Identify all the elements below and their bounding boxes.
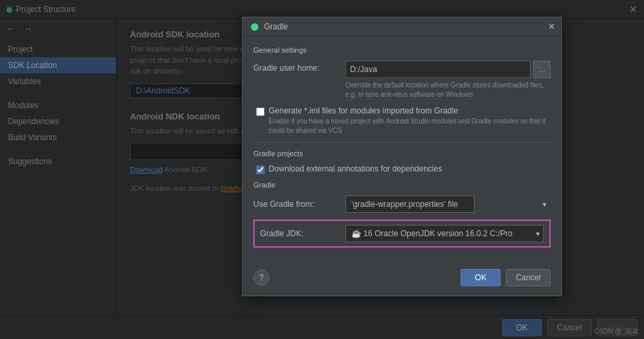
general-settings-label: General settings <box>253 46 551 54</box>
modal-overlay: Gradle × General settings Gradle user ho… <box>0 0 644 339</box>
browse-icon: … <box>539 65 546 73</box>
dialog-close-button[interactable]: × <box>549 21 555 32</box>
dialog-cancel-button[interactable]: Cancel <box>506 269 551 286</box>
dialog-footer: ? OK Cancel <box>243 264 561 296</box>
gradle-user-home-hint: Override the default location where Grad… <box>345 81 551 99</box>
gradle-user-home-input-area: … Override the default location where Gr… <box>345 61 551 99</box>
gradle-jdk-highlighted-row: Gradle JDK: ☕ 16 Oracle OpenJDK version … <box>253 220 551 248</box>
use-gradle-from-label: Use Gradle from: <box>253 200 340 209</box>
dialog-title-bar: Gradle × <box>243 17 561 37</box>
gradle-user-home-input[interactable] <box>345 61 531 78</box>
use-gradle-from-select[interactable]: 'gradle-wrapper.properties' file Specifi… <box>345 196 475 213</box>
generate-iml-checkbox[interactable] <box>256 107 265 116</box>
jdk-row-inner: Gradle JDK: ☕ 16 Oracle OpenJDK version … <box>260 225 544 242</box>
gradle-dialog: Gradle × General settings Gradle user ho… <box>242 17 562 296</box>
download-annotations-row: Download external annotations for depend… <box>253 164 551 174</box>
use-gradle-from-row: Use Gradle from: 'gradle-wrapper.propert… <box>253 196 551 213</box>
main-window: Project Structure ✕ ← → Project SDK Loca… <box>0 0 644 339</box>
download-annotations-checkbox[interactable] <box>256 165 265 174</box>
gradle-user-home-label: Gradle user home: <box>253 61 340 73</box>
generate-iml-label: Generate *.iml files for modules importe… <box>269 106 551 115</box>
gradle-jdk-label: Gradle JDK: <box>260 229 340 238</box>
svg-rect-5 <box>253 25 257 29</box>
gradle-dialog-icon <box>249 21 260 32</box>
dialog-action-buttons: OK Cancel <box>461 269 551 286</box>
gradle-jdk-select[interactable]: ☕ 16 Oracle OpenJDK version 16.0.2 C:/Pr… <box>345 225 544 242</box>
dialog-body: General settings Gradle user home: … Ove… <box>243 37 561 264</box>
use-gradle-from-select-wrapper: 'gradle-wrapper.properties' file Specifi… <box>345 196 551 213</box>
dialog-help-button[interactable]: ? <box>253 270 269 286</box>
gradle-user-home-row: Gradle user home: … Override the default… <box>253 61 551 99</box>
section-divider <box>253 142 551 143</box>
dialog-ok-button[interactable]: OK <box>461 269 500 286</box>
generate-iml-label-area: Generate *.iml files for modules importe… <box>269 106 551 135</box>
dialog-title-text: Gradle <box>264 22 288 31</box>
jdk-select-wrapper: ☕ 16 Oracle OpenJDK version 16.0.2 C:/Pr… <box>345 225 544 242</box>
gradle-section-label: Gradle <box>253 181 551 189</box>
dialog-title-content: Gradle <box>249 21 288 32</box>
generate-iml-hint: Enable if you have a mixed project with … <box>269 117 551 135</box>
gradle-projects-label: Gradle projects <box>253 149 551 157</box>
generate-iml-row: Generate *.iml files for modules importe… <box>253 106 551 135</box>
download-annotations-label: Download external annotations for depend… <box>269 164 442 174</box>
gradle-user-home-input-row: … <box>345 61 551 78</box>
gradle-user-home-browse-button[interactable]: … <box>533 61 551 78</box>
